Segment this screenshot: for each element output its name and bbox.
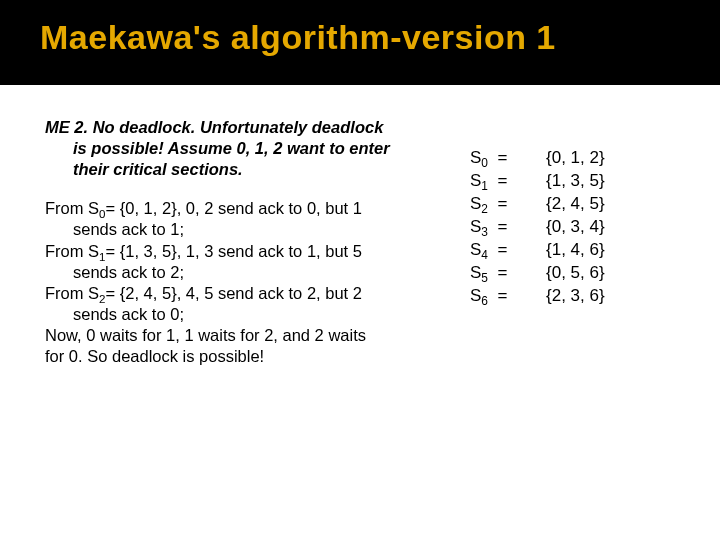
me2-line2: is possible! Assume 0, 1, 2 want to ente… (45, 138, 440, 159)
set-label-0: S0 = (470, 147, 528, 170)
set-val-1: {1, 3, 5} (546, 170, 605, 193)
set-row-4: S4 = {1, 4, 6} (470, 239, 690, 262)
set-s-1: S (470, 171, 481, 190)
set-eq-3: = (497, 217, 507, 236)
set-sub-0: 0 (481, 156, 488, 170)
set-row-5: S5 = {0, 5, 6} (470, 262, 690, 285)
set-s-6: S (470, 286, 481, 305)
from-s2-pre: From (45, 284, 88, 302)
set-sub-1: 1 (481, 179, 488, 193)
set-val-5: {0, 5, 6} (546, 262, 605, 285)
set-s-4: S (470, 240, 481, 259)
now-line1: Now, 0 waits for 1, 1 waits for 2, and 2… (45, 326, 366, 344)
set-eq-1: = (497, 171, 507, 190)
slide-title: Maekawa's algorithm-version 1 (0, 0, 720, 67)
set-row-0: S0 = {0, 1, 2} (470, 147, 690, 170)
set-label-3: S3 = (470, 216, 528, 239)
set-s-2: S (470, 194, 481, 213)
set-val-4: {1, 4, 6} (546, 239, 605, 262)
set-label-2: S2 = (470, 193, 528, 216)
me2-line3: their critical sections. (45, 159, 440, 180)
set-label-1: S1 = (470, 170, 528, 193)
from-s1-s: S (88, 242, 99, 260)
set-s-3: S (470, 217, 481, 236)
set-sub-6: 6 (481, 294, 488, 308)
from-s2-line2: sends ack to 0; (45, 304, 440, 325)
set-eq-4: = (497, 240, 507, 259)
from-s0-rest: = {0, 1, 2}, 0, 2 send ack to 0, but 1 (106, 199, 362, 217)
set-sub-4: 4 (481, 248, 488, 262)
from-s1-line2: sends ack to 2; (45, 262, 440, 283)
set-row-3: S3 = {0, 3, 4} (470, 216, 690, 239)
set-s-0: S (470, 148, 481, 167)
from-s2-paragraph: From S2= {2, 4, 5}, 4, 5 send ack to 2, … (45, 283, 440, 325)
me2-line1: ME 2. No deadlock. Unfortunately deadloc… (45, 118, 383, 136)
set-s-5: S (470, 263, 481, 282)
slide: Maekawa's algorithm-version 1 ME 2. No d… (0, 0, 720, 540)
set-row-2: S2 = {2, 4, 5} (470, 193, 690, 216)
from-s2-rest: = {2, 4, 5}, 4, 5 send ack to 2, but 2 (106, 284, 362, 302)
left-column: ME 2. No deadlock. Unfortunately deadloc… (45, 117, 440, 540)
set-sub-3: 3 (481, 225, 488, 239)
from-s2-s: S (88, 284, 99, 302)
set-row-6: S6 = {2, 3, 6} (470, 285, 690, 308)
set-eq-6: = (497, 286, 507, 305)
from-s0-paragraph: From S0= {0, 1, 2}, 0, 2 send ack to 0, … (45, 198, 440, 240)
set-sub-5: 5 (481, 271, 488, 285)
set-val-0: {0, 1, 2} (546, 147, 605, 170)
from-s0-s: S (88, 199, 99, 217)
from-s0-line2: sends ack to 1; (45, 219, 440, 240)
now-line2: for 0. So deadlock is possible! (45, 347, 264, 365)
set-label-4: S4 = (470, 239, 528, 262)
from-s1-pre: From (45, 242, 88, 260)
set-eq-5: = (497, 263, 507, 282)
set-label-5: S5 = (470, 262, 528, 285)
set-eq-2: = (497, 194, 507, 213)
set-label-6: S6 = (470, 285, 528, 308)
from-s1-rest: = {1, 3, 5}, 1, 3 send ack to 1, but 5 (106, 242, 362, 260)
set-row-1: S1 = {1, 3, 5} (470, 170, 690, 193)
set-val-3: {0, 3, 4} (546, 216, 605, 239)
set-val-2: {2, 4, 5} (546, 193, 605, 216)
set-sub-2: 2 (481, 202, 488, 216)
slide-body: ME 2. No deadlock. Unfortunately deadloc… (0, 85, 720, 540)
from-s1-paragraph: From S1= {1, 3, 5}, 1, 3 send ack to 1, … (45, 241, 440, 283)
from-s0-pre: From (45, 199, 88, 217)
set-eq-0: = (497, 148, 507, 167)
set-val-6: {2, 3, 6} (546, 285, 605, 308)
now-paragraph: Now, 0 waits for 1, 1 waits for 2, and 2… (45, 325, 440, 367)
right-column: S0 = {0, 1, 2} S1 = {1, 3, 5} S2 = {2, 4… (440, 117, 690, 540)
me2-paragraph: ME 2. No deadlock. Unfortunately deadloc… (45, 117, 440, 180)
